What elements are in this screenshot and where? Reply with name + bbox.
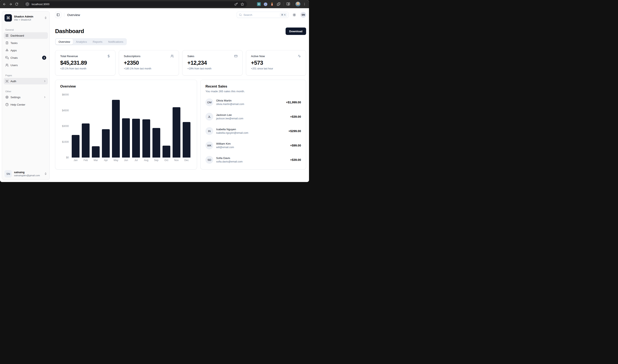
download-button[interactable]: Download bbox=[286, 27, 306, 35]
sidebar-toggle-button[interactable] bbox=[55, 12, 61, 18]
stat-value: +573 bbox=[251, 60, 301, 66]
chevrons-up-down-icon bbox=[44, 16, 47, 19]
credit-card-icon bbox=[234, 54, 237, 58]
teal-grid-extension-icon[interactable] bbox=[256, 1, 262, 7]
sale-row-isabella-nguyen: INIsabella Nguyenisabella.nguyen@email.c… bbox=[205, 126, 301, 137]
puzzle-extensions-icon[interactable] bbox=[276, 1, 281, 7]
sidebar-item-chats[interactable]: Chats3 bbox=[4, 54, 48, 61]
tab-analytics[interactable]: Analytics bbox=[73, 39, 90, 45]
sidebar-item-auth[interactable]: Auth bbox=[4, 78, 48, 84]
stat-title: Active Now bbox=[251, 55, 265, 58]
bar-sep[interactable] bbox=[152, 128, 160, 157]
user-name: satnaing bbox=[14, 171, 42, 174]
bar-aug[interactable] bbox=[142, 119, 150, 157]
activity-icon bbox=[298, 54, 301, 58]
sale-amount: +$39.00 bbox=[290, 158, 301, 161]
page-title: Dashboard bbox=[55, 28, 84, 35]
stat-title: Sales bbox=[187, 55, 194, 58]
stat-card-active-now: Active Now+573+201 since last hour bbox=[246, 50, 306, 76]
stat-change: +201 since last hour bbox=[251, 67, 301, 70]
sidebar-item-dashboard[interactable]: Dashboard bbox=[4, 32, 48, 39]
users-icon bbox=[5, 64, 9, 67]
address-bar[interactable]: localhost:3000 bbox=[24, 1, 247, 7]
y-axis-tick: $6000 bbox=[60, 93, 69, 96]
sidebar-nav: GeneralDashboardTasksAppsChats3UsersPage… bbox=[4, 23, 48, 109]
theme-toggle-button[interactable] bbox=[291, 12, 298, 18]
search-kbd-hint: ⌘ K bbox=[280, 13, 287, 17]
profile-avatar[interactable] bbox=[295, 1, 301, 7]
site-info-icon[interactable] bbox=[25, 2, 30, 7]
sale-row-sofia-davis: SDSofia Davissofia.davis@email.com+$39.0… bbox=[205, 154, 301, 165]
sidebar-item-help-center[interactable]: Help Center bbox=[4, 101, 48, 108]
chevron-right-icon bbox=[43, 96, 46, 99]
bar-oct[interactable] bbox=[162, 146, 170, 157]
bookmark-star-icon[interactable] bbox=[241, 2, 244, 6]
bar-jun[interactable] bbox=[122, 118, 130, 157]
menu-kebab-icon[interactable] bbox=[302, 1, 307, 7]
x-axis-tick: Apr bbox=[102, 159, 110, 162]
bar-may[interactable] bbox=[112, 100, 120, 157]
customer-name: Jackson Lee bbox=[216, 113, 287, 117]
chats-icon bbox=[5, 56, 9, 59]
password-manager-extension-icon[interactable] bbox=[263, 1, 268, 7]
bar-nov[interactable] bbox=[172, 107, 180, 157]
sidebar-item-settings[interactable]: Settings bbox=[4, 94, 48, 101]
x-axis-tick: Jan bbox=[72, 159, 79, 162]
reading-list-icon[interactable] bbox=[285, 1, 291, 7]
tab-overview[interactable]: Overview bbox=[56, 39, 73, 45]
profile-avatar-button[interactable]: SN bbox=[300, 12, 306, 18]
team-switcher[interactable]: ⌘ Shadcn Admin Vite + ShadcnUI bbox=[4, 13, 48, 23]
sidebar-item-label: Users bbox=[11, 64, 46, 67]
bar-jul[interactable] bbox=[132, 119, 140, 157]
x-axis-tick: Oct bbox=[162, 159, 170, 162]
password-key-icon[interactable] bbox=[235, 2, 238, 6]
stat-title: Total Revenue bbox=[60, 55, 78, 58]
chevron-right-icon bbox=[43, 80, 46, 83]
stat-card-sales: Sales+12,234+19% from last month bbox=[182, 50, 243, 76]
back-icon[interactable] bbox=[1, 1, 7, 7]
sidebar-item-label: Tasks bbox=[11, 41, 46, 45]
dashboard-tabs: OverviewAnalyticsReportsNotifications bbox=[55, 38, 127, 45]
tab-notifications[interactable]: Notifications bbox=[105, 39, 126, 45]
customer-email: isabella.nguyen@email.com bbox=[216, 131, 286, 135]
customer-email: sofia.davis@email.com bbox=[216, 160, 287, 164]
sidebar-section-label: Pages bbox=[5, 74, 48, 77]
dashboard-icon bbox=[5, 34, 9, 37]
sidebar: ⌘ Shadcn Admin Vite + ShadcnUI GeneralDa… bbox=[2, 11, 50, 180]
avatar: JL bbox=[205, 113, 213, 121]
recent-sales-card: Recent Sales You made 265 sales this mon… bbox=[200, 80, 306, 169]
sun-icon bbox=[293, 13, 296, 17]
tab-reports[interactable]: Reports bbox=[90, 39, 105, 45]
x-axis-tick: Feb bbox=[82, 159, 90, 162]
forward-icon[interactable] bbox=[7, 1, 13, 7]
team-plan: Vite + ShadcnUI bbox=[14, 18, 42, 21]
sidebar-item-users[interactable]: Users bbox=[4, 62, 48, 68]
customer-email: will@email.com bbox=[216, 146, 287, 149]
sidebar-user-menu[interactable]: SN satnaing satnaingdev@gmail.com bbox=[4, 169, 48, 178]
stat-card-subscriptions: Subscriptions+2350+180.1% from last mont… bbox=[119, 50, 179, 76]
bar-jan[interactable] bbox=[72, 135, 79, 157]
sale-row-jackson-lee: JLJackson Leejackson.lee@email.com+$39.0… bbox=[205, 111, 301, 122]
bar-mar[interactable] bbox=[92, 146, 100, 157]
url-text[interactable]: localhost:3000 bbox=[32, 3, 235, 6]
search-icon bbox=[239, 13, 242, 16]
sidebar-item-tasks[interactable]: Tasks bbox=[4, 40, 48, 46]
bar-feb[interactable] bbox=[82, 123, 90, 157]
avatar: IN bbox=[205, 127, 213, 135]
stat-value: +2350 bbox=[124, 60, 174, 66]
chevrons-up-down-icon bbox=[44, 172, 47, 175]
reload-icon[interactable] bbox=[13, 1, 20, 7]
bar-apr[interactable] bbox=[102, 129, 110, 157]
chart-title: Overview bbox=[60, 84, 76, 89]
x-axis-tick: Jul bbox=[132, 159, 140, 162]
sidebar-section-label: General bbox=[5, 28, 48, 31]
x-axis-labels: JanFebMarAprMayJunJulAugSepOctNovDec bbox=[72, 159, 190, 162]
search-input[interactable]: Search ⌘ K bbox=[237, 12, 289, 18]
y-axis-tick: $0 bbox=[60, 156, 69, 159]
lighthouse-extension-icon[interactable] bbox=[269, 1, 275, 7]
recent-sales-list: OMOlivia Martinolivia.martin@email.com+$… bbox=[205, 97, 301, 169]
bar-dec[interactable] bbox=[183, 122, 190, 157]
main-content: Dashboard Download OverviewAnalyticsRepo… bbox=[55, 21, 306, 182]
app-root: ⌘ Shadcn Admin Vite + ShadcnUI GeneralDa… bbox=[0, 8, 309, 182]
sidebar-item-apps[interactable]: Apps bbox=[4, 47, 48, 54]
